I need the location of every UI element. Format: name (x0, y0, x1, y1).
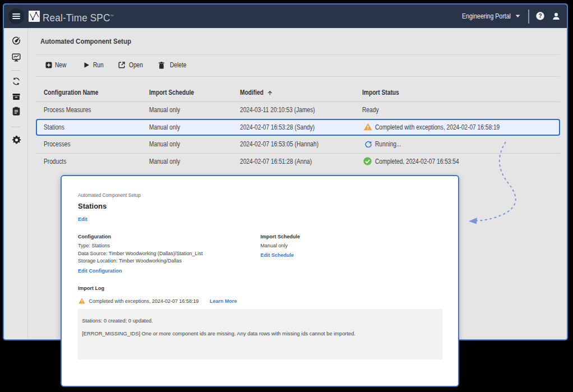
svg-text:?: ? (538, 13, 542, 19)
